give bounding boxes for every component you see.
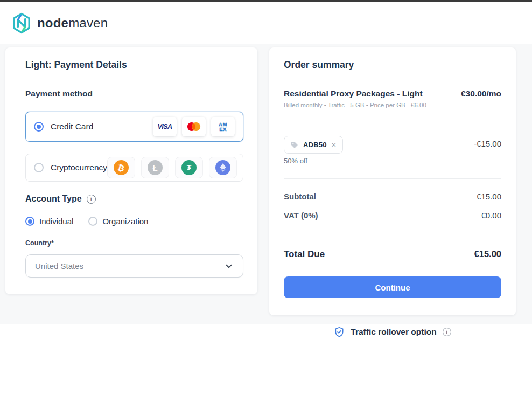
cryptocurrency-option[interactable]: Cryptocurrency ₿ Ł ₮ (25, 154, 243, 182)
divider (284, 232, 501, 232)
organization-label: Organization (102, 217, 148, 226)
organization-radio[interactable] (88, 217, 97, 226)
payment-method-heading: Payment method (25, 89, 93, 99)
mastercard-icon (182, 117, 206, 136)
account-type-heading: Account Type (25, 194, 82, 204)
credit-card-radio[interactable] (34, 122, 44, 132)
order-summary-card: Order summary Residential Proxy Packages… (269, 47, 516, 315)
order-summary-heading: Order summary (284, 59, 354, 71)
payment-details-card: Light: Payment Details Payment method Cr… (5, 47, 257, 294)
shield-check-icon (334, 327, 345, 337)
subtotal-row: Subtotal €15.00 (284, 192, 501, 201)
divider (284, 178, 501, 179)
subtotal-value: €15.00 (477, 192, 501, 201)
traffic-rollover-row: Traffic rollover option i (269, 327, 516, 337)
nodemaven-logo-icon (11, 12, 32, 34)
ethereum-icon (209, 157, 237, 178)
individual-label: Individual (39, 217, 73, 226)
individual-option[interactable]: Individual (25, 217, 73, 226)
coupon-code: ADB50 (303, 141, 327, 149)
country-select[interactable]: United States (25, 254, 243, 278)
individual-radio[interactable] (25, 217, 34, 226)
vat-row: VAT (0%) €0.00 (284, 211, 501, 220)
country-select-value: United States (35, 261, 83, 271)
traffic-rollover-label: Traffic rollover option (351, 327, 436, 337)
continue-button[interactable]: Continue (284, 276, 501, 298)
tag-icon (290, 141, 299, 149)
tether-icon: ₮ (175, 157, 203, 178)
cryptocurrency-label: Cryptocurrency (51, 163, 107, 172)
subtotal-label: Subtotal (284, 192, 316, 201)
vat-label: VAT (0%) (284, 211, 318, 220)
organization-option[interactable]: Organization (88, 217, 148, 226)
package-note: Billed monthly • Traffic - 5 GB • Price … (284, 102, 426, 108)
chevron-down-icon (224, 261, 234, 271)
credit-card-label: Credit Card (51, 122, 93, 132)
credit-card-option[interactable]: Credit Card VISA AMEX (25, 112, 243, 142)
account-type-row: Account Type i (25, 194, 96, 204)
package-name: Residential Proxy Packages - Light (284, 89, 423, 99)
account-type-info-icon[interactable]: i (87, 195, 96, 204)
amex-icon: AMEX (211, 117, 235, 136)
account-type-options: Individual Organization (25, 217, 148, 226)
brand-logo[interactable]: nodemaven (11, 12, 108, 34)
cryptocurrency-radio[interactable] (34, 163, 44, 172)
divider (284, 123, 501, 123)
card-brand-icons: VISA AMEX (153, 117, 235, 136)
coupon-note: 50% off (284, 157, 307, 165)
visa-icon: VISA (153, 117, 177, 136)
litecoin-icon: Ł (141, 157, 169, 178)
brand-wordmark: nodemaven (37, 16, 108, 31)
bitcoin-icon: ₿ (107, 157, 135, 178)
vat-value: €0.00 (481, 211, 501, 220)
coupon-discount-amount: -€15.00 (474, 139, 501, 148)
package-price: €30.00/mo (461, 89, 501, 99)
package-row: Residential Proxy Packages - Light €30.0… (284, 89, 501, 99)
app-header: nodemaven (0, 2, 532, 44)
crypto-coin-icons: ₿ Ł ₮ (107, 157, 237, 178)
traffic-rollover-info-icon[interactable]: i (443, 328, 451, 336)
country-field-label: Country* (25, 239, 54, 247)
page-title: Light: Payment Details (25, 59, 127, 71)
total-due-label: Total Due (284, 249, 325, 260)
coupon-remove-icon[interactable]: ✕ (331, 141, 337, 149)
total-due-row: Total Due €15.00 (284, 249, 501, 260)
coupon-chip[interactable]: ADB50 ✕ (284, 136, 343, 154)
total-due-value: €15.00 (474, 249, 501, 259)
